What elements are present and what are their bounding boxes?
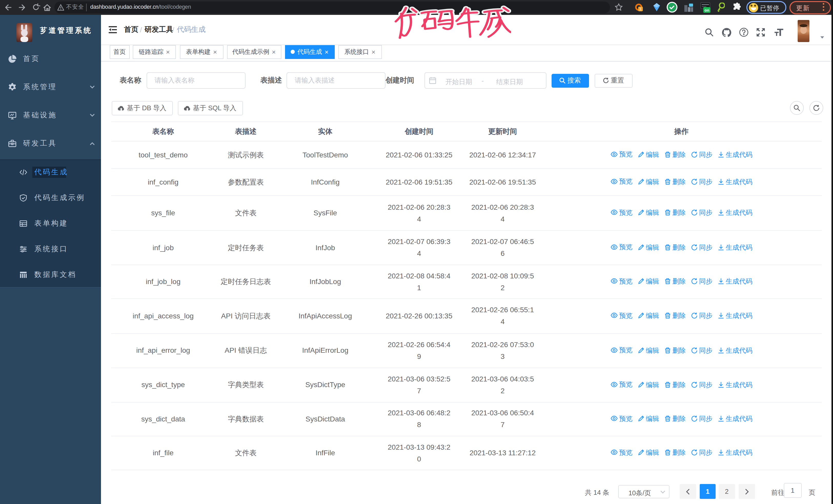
svg-text:on: on [705, 8, 709, 12]
svg-text:1: 1 [640, 7, 642, 11]
